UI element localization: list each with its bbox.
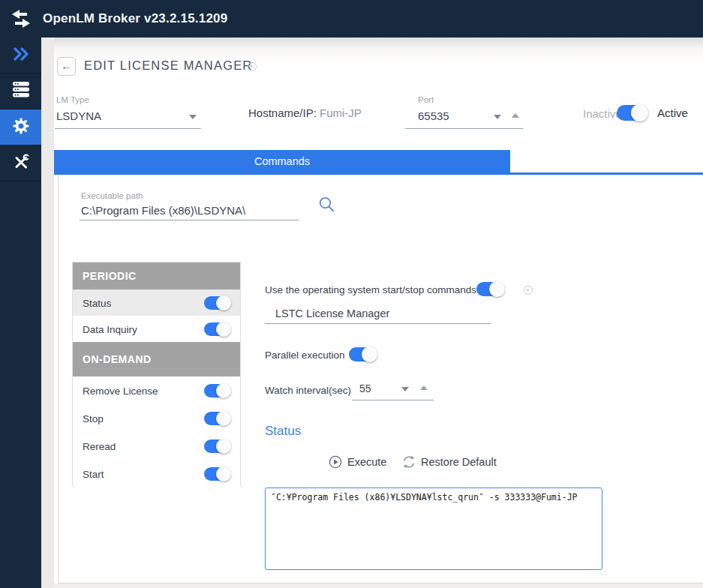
- group-header-label: PERIODIC: [83, 270, 137, 282]
- group-header-on-demand: ON-DEMAND: [73, 342, 240, 376]
- command-item-label: Data Inquiry: [83, 323, 137, 334]
- command-item-reread[interactable]: Reread: [73, 432, 240, 460]
- port-caret-down-icon[interactable]: [494, 115, 501, 119]
- parallel-execution-toggle[interactable]: [349, 347, 376, 362]
- play-circle-icon: [329, 455, 342, 469]
- hostname-label: Hostname/IP:: [248, 106, 317, 119]
- os-commands-label: Use the operating system start/stop comm…: [265, 284, 476, 296]
- watch-caret-down-icon[interactable]: [401, 387, 409, 392]
- sidebar-item-expand[interactable]: [0, 38, 41, 74]
- service-name-underline: [265, 323, 491, 324]
- bottom-gutter: [54, 584, 703, 588]
- restore-default-button[interactable]: Restore Default: [402, 455, 497, 469]
- page-title: EDIT LICENSE MANAGER: [84, 58, 253, 73]
- start-toggle[interactable]: [204, 467, 230, 481]
- command-item-remove-license[interactable]: Remove License: [73, 376, 240, 404]
- openlm-broker-window: OpenLM Broker v23.2.15.1209: [0, 0, 703, 588]
- command-list: PERIODIC Status Data Inquiry ON-DEMAND R…: [72, 262, 241, 487]
- commands-panel: Executable path C:\Program Files (x86)\L…: [58, 175, 703, 584]
- command-item-label: Status: [83, 297, 111, 308]
- lm-type-label: LM Type: [56, 95, 89, 104]
- sidebar-item-settings[interactable]: [0, 110, 41, 146]
- command-item-label: Start: [83, 468, 104, 479]
- back-button[interactable]: ←: [57, 57, 76, 76]
- sync-icon: [402, 455, 416, 469]
- tab-commands[interactable]: Commands: [54, 150, 510, 172]
- sidebar-gutter: [41, 38, 54, 588]
- double-chevron-right-icon: [13, 47, 29, 64]
- group-header-label: ON-DEMAND: [83, 353, 152, 365]
- sidebar-item-servers[interactable]: [0, 74, 41, 110]
- parallel-execution-label: Parallel execution: [265, 350, 345, 361]
- command-item-status[interactable]: Status: [73, 290, 240, 316]
- watch-caret-up-icon[interactable]: [420, 386, 428, 390]
- service-name-input[interactable]: LSTC License Manager: [275, 308, 389, 320]
- active-toggle[interactable]: [617, 105, 647, 121]
- port-caret-up-icon[interactable]: [512, 113, 519, 118]
- active-label: Active: [657, 106, 688, 119]
- sidebar-item-tools[interactable]: [0, 146, 41, 182]
- lm-type-underline: [55, 128, 201, 129]
- reread-toggle[interactable]: [204, 440, 230, 453]
- os-commands-toggle[interactable]: [476, 282, 503, 296]
- tools-icon: [13, 154, 29, 173]
- sidebar-nav: [0, 38, 41, 588]
- inactive-label: Inactive: [583, 107, 622, 120]
- back-arrow-icon: ←: [61, 59, 72, 72]
- port-value[interactable]: 65535: [418, 110, 449, 122]
- executable-path-underline: [80, 220, 299, 220]
- lm-type-value[interactable]: LSDYNA: [56, 110, 101, 122]
- command-item-label: Remove License: [83, 385, 158, 396]
- watch-interval-value[interactable]: 55: [359, 382, 371, 394]
- execute-button[interactable]: Execute: [329, 455, 386, 469]
- main-content: ← EDIT LICENSE MANAGER LM Type LSDYNA Ho…: [54, 38, 703, 588]
- group-header-periodic: PERIODIC: [73, 262, 240, 290]
- command-item-label: Reread: [83, 440, 116, 452]
- tab-bar: Commands: [54, 150, 703, 175]
- data-inquiry-toggle[interactable]: [204, 322, 230, 336]
- port-label: Port: [418, 95, 434, 104]
- executable-path-value[interactable]: C:\Program Files (x86)\LSDYNA\: [81, 204, 245, 217]
- execute-label: Execute: [347, 456, 386, 468]
- servers-icon: [12, 82, 30, 100]
- status-command-textarea[interactable]: ″C:¥Program Files (x86)¥LSDYNA¥lstc_qrun…: [265, 488, 602, 570]
- command-item-start[interactable]: Start: [73, 460, 240, 488]
- restore-default-label: Restore Default: [421, 456, 497, 468]
- status-command-toggle[interactable]: [204, 296, 230, 310]
- command-item-label: Stop: [83, 412, 104, 424]
- top-bar: OpenLM Broker v23.2.15.1209: [0, 0, 703, 38]
- title-info-icon: [248, 62, 257, 71]
- watch-interval-label: Watch interval(sec): [265, 385, 351, 396]
- status-section-title: Status: [265, 424, 301, 439]
- hostname-value: Fumi-JP: [320, 106, 362, 119]
- remove-license-toggle[interactable]: [204, 384, 230, 398]
- stop-toggle[interactable]: [204, 412, 230, 425]
- search-icon[interactable]: [319, 196, 335, 216]
- command-item-stop[interactable]: Stop: [73, 404, 240, 432]
- executable-path-label: Executable path: [81, 191, 143, 200]
- port-underline: [405, 128, 523, 129]
- lm-type-caret-icon[interactable]: [189, 115, 197, 119]
- watch-interval-underline: [352, 400, 434, 400]
- os-commands-info-icon: [524, 286, 533, 295]
- command-item-data-inquiry[interactable]: Data Inquiry: [73, 316, 240, 342]
- app-title: OpenLM Broker v23.2.15.1209: [43, 0, 227, 38]
- openlm-logo-icon: [10, 9, 32, 32]
- gear-icon: [13, 118, 29, 137]
